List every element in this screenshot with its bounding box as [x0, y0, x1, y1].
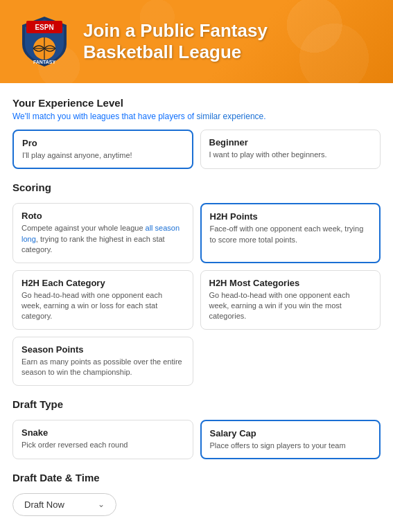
scoring-roto-title: Roto [21, 211, 184, 221]
draft-type-snake[interactable]: Snake Pick order reversed each round [12, 420, 193, 459]
svg-text:FANTASY: FANTASY [33, 60, 55, 64]
scoring-option-season-points[interactable]: Season Points Earn as many points as pos… [12, 337, 193, 386]
experience-pro-title: Pro [22, 138, 184, 148]
draft-date-section: Draft Date & Time Draft Now ⌄ [12, 472, 381, 516]
scoring-option-h2h-each[interactable]: H2H Each Category Go head-to-head with o… [12, 270, 193, 330]
draft-date-dropdown[interactable]: Draft Now ⌄ [12, 493, 116, 516]
experience-beginner-desc: I want to play with other beginners. [209, 150, 372, 160]
draft-type-salary-cap[interactable]: Salary Cap Place offers to sign players … [200, 420, 381, 459]
logo: ESPN FANTASY [17, 14, 72, 69]
page-title: Join a Public Fantasy Basketball League [83, 20, 268, 63]
scoring-h2h-each-desc: Go head-to-head with one opponent each w… [21, 290, 184, 322]
experience-option-pro[interactable]: Pro I'll play against anyone, anytime! [12, 130, 193, 169]
scoring-h2h-most-title: H2H Most Categories [209, 278, 372, 288]
scoring-h2h-most-desc: Go head-to-head with one opponent each w… [209, 290, 372, 322]
experience-section: Your Experience Level We'll match you wi… [12, 97, 381, 169]
scoring-roto-desc: Compete against your whole league all se… [21, 223, 184, 255]
chevron-down-icon: ⌄ [98, 499, 105, 509]
salary-cap-title: Salary Cap [210, 428, 372, 438]
scoring-option-h2h-most[interactable]: H2H Most Categories Go head-to-head with… [200, 270, 381, 330]
page-header: ESPN FANTASY Join a Public Fantasy Baske… [0, 0, 393, 83]
experience-options: Pro I'll play against anyone, anytime! B… [12, 130, 381, 169]
draft-type-options: Snake Pick order reversed each round Sal… [12, 420, 381, 459]
experience-title: Your Experience Level [12, 97, 381, 109]
scoring-h2h-each-title: H2H Each Category [21, 278, 184, 288]
draft-type-section: Draft Type Snake Pick order reversed eac… [12, 398, 381, 459]
scoring-season-desc: Earn as many points as possible over the… [21, 357, 184, 378]
scoring-h2h-points-desc: Face-off with one opponent each week, tr… [210, 224, 372, 245]
scoring-title: Scoring [12, 181, 381, 193]
scoring-option-roto[interactable]: Roto Compete against your whole league a… [12, 203, 193, 263]
scoring-section: Scoring Roto Compete against your whole … [12, 181, 381, 385]
salary-cap-desc: Place offers to sign players to your tea… [210, 441, 372, 451]
experience-beginner-title: Beginner [209, 137, 372, 148]
scoring-h2h-points-title: H2H Points [210, 211, 372, 222]
experience-option-beginner[interactable]: Beginner I want to play with other begin… [200, 130, 381, 169]
snake-desc: Pick order reversed each round [21, 440, 184, 450]
main-content: Your Experience Level We'll match you wi… [0, 83, 393, 532]
scoring-season-title: Season Points [21, 344, 184, 355]
experience-subtitle: We'll match you with leagues that have p… [12, 112, 381, 121]
draft-date-value: Draft Now [24, 499, 64, 510]
scoring-option-h2h-points[interactable]: H2H Points Face-off with one opponent ea… [200, 203, 381, 263]
draft-type-title: Draft Type [12, 398, 381, 410]
experience-pro-desc: I'll play against anyone, anytime! [22, 150, 184, 161]
snake-title: Snake [21, 427, 184, 438]
svg-text:ESPN: ESPN [35, 24, 53, 31]
scoring-options: Roto Compete against your whole league a… [12, 203, 381, 385]
draft-date-title: Draft Date & Time [12, 472, 381, 484]
